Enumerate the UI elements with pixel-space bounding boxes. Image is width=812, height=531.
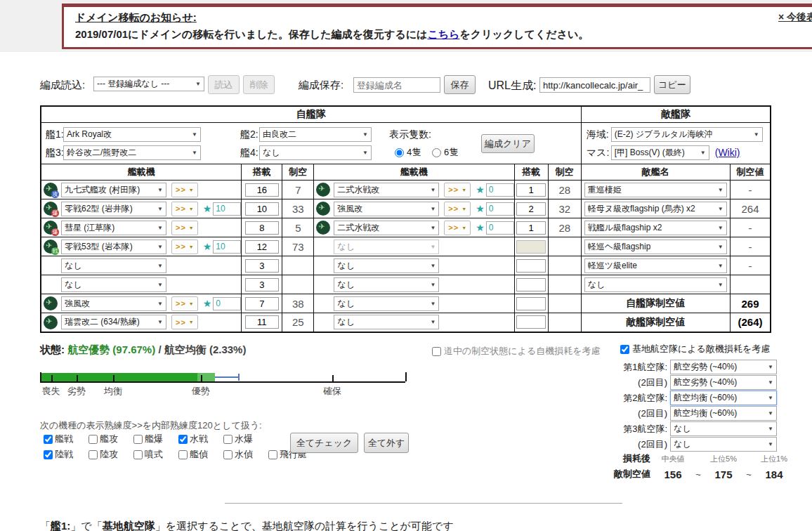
improvement-input[interactable] — [213, 240, 241, 254]
slot-input[interactable] — [516, 183, 546, 197]
slot-input[interactable] — [245, 297, 279, 310]
slot-input[interactable] — [516, 297, 546, 310]
plane-select[interactable]: なし — [334, 258, 439, 273]
improvement-input[interactable] — [486, 183, 514, 197]
copy-button[interactable]: コピー — [654, 75, 690, 94]
save-button[interactable]: 保存 — [444, 75, 476, 94]
corps3-select[interactable]: なし — [670, 421, 777, 436]
slot-input[interactable] — [245, 259, 279, 273]
proficiency-button[interactable]: >> — [171, 240, 198, 254]
torpedo-bomber-icon: 攻 — [44, 183, 58, 197]
enemy-ship-select[interactable]: 軽母ヌ級改flagship (烏赤) x2 — [584, 202, 727, 216]
route-loss-checkbox[interactable]: 道中の制空状態による自機損耗を考慮 — [432, 345, 601, 358]
enemy-air-value: - — [730, 181, 771, 199]
improvement-input[interactable] — [213, 297, 241, 310]
proficiency-button[interactable]: >> — [171, 315, 198, 329]
checkbox-funshiki[interactable]: 噴式 — [133, 448, 163, 461]
proficiency-button[interactable]: >> — [444, 183, 471, 197]
checkbox-suibaku[interactable]: 水爆 — [223, 433, 253, 445]
plane-select[interactable]: 零戦62型 (岩井隊) — [61, 202, 166, 216]
slot-input[interactable] — [516, 202, 546, 216]
proficiency-button[interactable]: >> — [171, 202, 198, 216]
slot-input[interactable] — [245, 315, 279, 329]
wiki-link[interactable]: (Wiki) — [715, 147, 740, 158]
plane-select[interactable]: 九七式艦攻 (村田隊) — [61, 183, 166, 197]
corps2-select[interactable]: 航空均衡 (~60%) — [670, 391, 777, 405]
slot-input[interactable] — [516, 278, 546, 291]
plane-select[interactable]: 二式水戦改 — [334, 221, 439, 235]
checkbox-kankou[interactable]: 艦攻 — [89, 433, 118, 445]
proficiency-button[interactable]: >> — [171, 221, 198, 235]
delete-button[interactable]: 削除 — [243, 75, 275, 94]
formation-name-input[interactable] — [353, 77, 440, 93]
checkbox-kantei[interactable]: 艦偵 — [178, 448, 208, 461]
plane-select[interactable]: 瑞雲改二 (634/熟練) — [61, 315, 166, 329]
slot-input[interactable] — [516, 221, 546, 235]
corps1-select[interactable]: 航空劣勢 (~40%) — [670, 360, 777, 374]
notice-close-link[interactable]: × 今後表示しない — [778, 11, 812, 24]
slot-input[interactable] — [245, 221, 279, 235]
proficiency-button[interactable]: >> — [171, 296, 198, 311]
node-select[interactable]: [甲] Boss(V) (最終) — [611, 145, 709, 160]
proficiency-button[interactable]: >> — [171, 183, 198, 197]
slot-input[interactable] — [245, 202, 279, 216]
ship3-select[interactable]: 鈴谷改二/熊野改二 — [63, 145, 201, 160]
plane-select[interactable]: なし — [61, 258, 166, 273]
corps3-second-select[interactable]: なし — [670, 437, 777, 452]
slot-input[interactable] — [245, 183, 279, 197]
enemy-air-value — [730, 275, 771, 294]
improvement-input[interactable] — [486, 202, 514, 216]
enemy-ship-select[interactable]: 軽巡ツ級elite — [584, 258, 727, 273]
enemy-ship-select[interactable]: なし — [584, 277, 727, 292]
slot-input[interactable] — [516, 315, 546, 329]
proficiency-button[interactable]: >> — [444, 202, 471, 216]
plane-select[interactable]: 彗星 (江草隊) — [61, 221, 166, 235]
improvement-input[interactable] — [486, 221, 514, 235]
plane-select-disabled: なし — [334, 240, 439, 254]
enemy-ship-select[interactable]: 重巡棲姫 — [584, 183, 727, 197]
plane-select[interactable]: 強風改 — [334, 202, 439, 216]
map-select[interactable]: (E-2) ジブラルタル海峡沖 — [611, 127, 763, 142]
proficiency-button[interactable]: >> — [444, 221, 471, 235]
slot-input[interactable] — [516, 259, 546, 273]
enemy-ship-select[interactable]: 軽巡ヘ級flagship — [584, 240, 727, 254]
ship2-select[interactable]: 由良改二 — [259, 127, 372, 142]
load-button[interactable]: 読込 — [208, 75, 240, 94]
ship4-select[interactable]: なし — [259, 145, 372, 160]
plane-select[interactable]: なし — [334, 277, 439, 292]
enemy-ship-select[interactable]: 戦艦ル級flagship x2 — [584, 221, 727, 235]
checkbox-rikukou[interactable]: 陸攻 — [89, 448, 118, 461]
checkbox-suitei[interactable]: 水偵 — [223, 448, 253, 461]
ship-count-6-radio[interactable]: 6隻 — [432, 146, 458, 159]
checkbox-kansen[interactable]: 艦戦 — [44, 433, 73, 445]
checkbox-kanbaku[interactable]: 艦爆 — [133, 433, 163, 445]
check-all-button[interactable]: 全てチェック — [290, 433, 358, 453]
plane-select[interactable]: なし — [334, 315, 439, 329]
restore-link[interactable]: こちら — [427, 28, 459, 40]
uncheck-all-button[interactable]: 全て外す — [364, 433, 409, 453]
enemy-fleet-header: 敵艦隊 — [581, 106, 771, 123]
ship1-select[interactable]: Ark Royal改 — [63, 127, 201, 142]
improvement-input[interactable] — [213, 202, 241, 216]
checkbox-suisen[interactable]: 水戦 — [178, 433, 208, 445]
checkbox-rikusen[interactable]: 陸戦 — [44, 448, 73, 461]
plane-select[interactable]: 零戦53型 (岩本隊) — [61, 240, 166, 254]
enemy-fleet-total-label: 敵艦隊制空値 — [581, 313, 730, 332]
url-label: URL生成: — [488, 79, 536, 93]
clear-formation-button[interactable]: 編成クリア — [481, 134, 535, 153]
slot-input[interactable] — [245, 278, 279, 291]
plane-select[interactable]: なし — [61, 277, 166, 292]
ship-count-4-radio[interactable]: 4隻 — [395, 146, 421, 159]
seaplane-fighter-icon — [316, 183, 330, 197]
slot-input[interactable] — [245, 240, 279, 254]
plane-select[interactable]: 強風改 — [61, 296, 166, 311]
enemy-air-value: - — [730, 256, 771, 275]
enemy-air-column-header: 制空値 — [730, 164, 771, 181]
corps1-second-select[interactable]: 航空劣勢 (~40%) — [670, 375, 777, 390]
saved-formation-select[interactable]: --- 登録編成なし --- — [93, 77, 204, 91]
plane-select[interactable]: なし — [334, 296, 439, 311]
base-air-loss-checkbox[interactable]: 基地航空隊による敵機損耗を考慮 — [620, 343, 770, 355]
corps2-second-select[interactable]: 航空均衡 (~60%) — [670, 406, 777, 421]
generated-url-input[interactable] — [539, 77, 650, 93]
plane-select[interactable]: 二式水戦改 — [334, 183, 439, 197]
